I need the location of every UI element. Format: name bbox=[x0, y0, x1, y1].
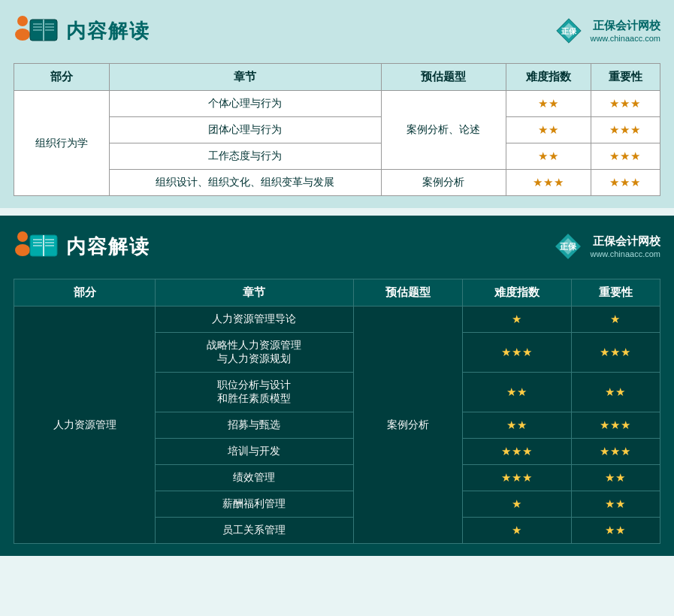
header-icon-2 bbox=[14, 229, 59, 264]
importance-cell: ★★★ bbox=[591, 143, 660, 170]
chapter-cell: 绩效管理 bbox=[156, 465, 353, 491]
table-row: 工作态度与行为 ★★ ★★★ bbox=[14, 143, 660, 170]
brand-url-1: www.chinaacc.com bbox=[590, 33, 660, 44]
importance-cell: ★★★ bbox=[591, 170, 660, 196]
difficulty-cell: ★★★ bbox=[462, 465, 571, 491]
part-cell-2: 人力资源管理 bbox=[14, 306, 156, 544]
logo-text-2: 正保会计网校 www.chinaacc.com bbox=[590, 234, 660, 259]
difficulty-cell: ★ bbox=[462, 491, 571, 518]
svg-text:正保: 正保 bbox=[560, 242, 577, 251]
col-header-difficulty-2: 难度指数 bbox=[462, 279, 571, 306]
difficulty-cell: ★★ bbox=[506, 117, 591, 143]
chapter-cell: 招募与甄选 bbox=[156, 412, 353, 439]
col-header-importance-2: 重要性 bbox=[571, 279, 660, 306]
header-left-2: 内容解读 bbox=[14, 229, 150, 264]
difficulty-cell: ★★★ bbox=[506, 170, 591, 196]
svg-point-13 bbox=[17, 231, 28, 242]
type-cell: 案例分析、论述 bbox=[381, 91, 506, 170]
col-header-chapter: 章节 bbox=[110, 64, 382, 91]
section2-title: 内容解读 bbox=[66, 234, 150, 260]
section2-table: 部分 章节 预估题型 难度指数 重要性 人力资源管理 人力资源管理导论 案例分析… bbox=[14, 279, 660, 544]
importance-cell: ★★ bbox=[571, 373, 660, 412]
chapter-cell: 个体心理与行为 bbox=[110, 91, 382, 117]
chapter-cell: 职位分析与设计和胜任素质模型 bbox=[156, 373, 353, 412]
difficulty-cell: ★★ bbox=[462, 373, 571, 412]
difficulty-cell: ★ bbox=[462, 306, 571, 333]
section2-table-wrapper: 部分 章节 预估题型 难度指数 重要性 人力资源管理 人力资源管理导论 案例分析… bbox=[11, 279, 663, 544]
col-header-part: 部分 bbox=[14, 64, 110, 91]
section1-title: 内容解读 bbox=[66, 18, 150, 44]
chapter-cell: 团体心理与行为 bbox=[110, 117, 382, 143]
section-1: 内容解读 正保 正保会计网校 www.chinaacc.com 部分 章节 预估… bbox=[0, 0, 674, 208]
brand-name-2: 正保会计网校 bbox=[590, 234, 660, 249]
importance-cell: ★★★ bbox=[571, 412, 660, 439]
logo-area-2: 正保 正保会计网校 www.chinaacc.com bbox=[552, 231, 660, 262]
logo-text-1: 正保会计网校 www.chinaacc.com bbox=[590, 18, 660, 44]
section1-table: 部分 章节 预估题型 难度指数 重要性 组织行为学 个体心理与行为 案例分析、论… bbox=[14, 63, 660, 196]
table-row: 团体心理与行为 ★★ ★★★ bbox=[14, 117, 660, 143]
svg-point-0 bbox=[17, 16, 28, 26]
brand-url-2: www.chinaacc.com bbox=[590, 249, 660, 259]
section2-header: 内容解读 正保 正保会计网校 www.chinaacc.com bbox=[11, 225, 663, 268]
difficulty-cell: ★★ bbox=[506, 91, 591, 117]
chapter-cell: 战略性人力资源管理与人力资源规划 bbox=[156, 333, 353, 373]
col-header-part-2: 部分 bbox=[14, 279, 156, 306]
svg-point-14 bbox=[15, 244, 30, 256]
logo-icon-2: 正保 bbox=[552, 231, 584, 262]
importance-cell: ★★★ bbox=[591, 91, 660, 117]
section-2: 内容解读 正保 正保会计网校 www.chinaacc.com 部分 章节 预估… bbox=[0, 216, 674, 556]
importance-cell: ★★ bbox=[571, 518, 660, 544]
col-header-type: 预估题型 bbox=[381, 64, 506, 91]
importance-cell: ★ bbox=[571, 306, 660, 333]
part-cell: 组织行为学 bbox=[14, 91, 110, 196]
svg-text:正保: 正保 bbox=[561, 27, 577, 35]
brand-name-1: 正保会计网校 bbox=[590, 18, 660, 33]
table-row: 组织行为学 个体心理与行为 案例分析、论述 ★★ ★★★ bbox=[14, 91, 660, 117]
importance-cell: ★★ bbox=[571, 465, 660, 491]
header-left: 内容解读 bbox=[14, 14, 150, 48]
type-cell: 案例分析 bbox=[381, 170, 506, 196]
chapter-cell: 培训与开发 bbox=[156, 439, 353, 465]
chapter-cell: 薪酬福利管理 bbox=[156, 491, 353, 518]
importance-cell: ★★ bbox=[571, 491, 660, 518]
importance-cell: ★★★ bbox=[571, 439, 660, 465]
importance-cell: ★★★ bbox=[571, 333, 660, 373]
difficulty-cell: ★★ bbox=[462, 412, 571, 439]
chapter-cell: 组织设计、组织文化、组织变革与发展 bbox=[110, 170, 382, 196]
importance-cell: ★★★ bbox=[591, 117, 660, 143]
logo-icon-1: 正保 bbox=[554, 16, 584, 46]
type-cell-2: 案例分析 bbox=[353, 306, 462, 544]
section1-table-wrapper: 部分 章节 预估题型 难度指数 重要性 组织行为学 个体心理与行为 案例分析、论… bbox=[11, 63, 663, 196]
header-icon bbox=[14, 14, 59, 48]
table-row: 组织设计、组织文化、组织变革与发展 案例分析 ★★★ ★★★ bbox=[14, 170, 660, 196]
col-header-chapter-2: 章节 bbox=[156, 279, 353, 306]
col-header-difficulty: 难度指数 bbox=[506, 64, 591, 91]
difficulty-cell: ★★★ bbox=[462, 439, 571, 465]
difficulty-cell: ★★★ bbox=[462, 333, 571, 373]
svg-point-1 bbox=[15, 29, 30, 41]
col-header-type-2: 预估题型 bbox=[353, 279, 462, 306]
col-header-importance: 重要性 bbox=[591, 64, 660, 91]
section1-header: 内容解读 正保 正保会计网校 www.chinaacc.com bbox=[11, 9, 663, 53]
logo-area-1: 正保 正保会计网校 www.chinaacc.com bbox=[554, 16, 660, 46]
chapter-cell: 人力资源管理导论 bbox=[156, 306, 353, 333]
difficulty-cell: ★ bbox=[462, 518, 571, 544]
chapter-cell: 工作态度与行为 bbox=[110, 143, 382, 170]
difficulty-cell: ★★ bbox=[506, 143, 591, 170]
chapter-cell: 员工关系管理 bbox=[156, 518, 353, 544]
table-row: 人力资源管理 人力资源管理导论 案例分析 ★ ★ bbox=[14, 306, 660, 333]
